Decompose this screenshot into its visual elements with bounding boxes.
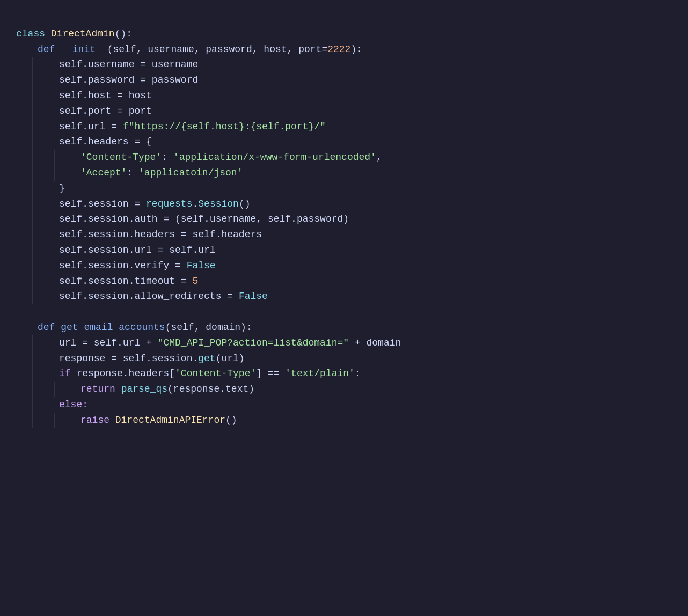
code-line: def __init__(self, username, password, h…: [16, 42, 688, 57]
token: ,: [287, 44, 299, 55]
token: .password = password: [82, 75, 198, 85]
token: password: [206, 44, 252, 55]
token: self: [59, 136, 82, 147]
code-line: self.session.url = self.url: [16, 243, 688, 258]
token: .: [192, 199, 198, 209]
token: (self,: [107, 44, 148, 55]
code-line: self.username = username: [16, 57, 688, 72]
indent-guide: [32, 243, 33, 258]
token: get_email_accounts: [61, 322, 165, 333]
indent-guide: [32, 134, 33, 150]
token: ():: [115, 28, 132, 39]
token: 5: [192, 276, 198, 287]
code-line: self.session.timeout = 5: [16, 274, 688, 289]
token: False: [187, 260, 216, 271]
indent-guide: [54, 413, 55, 428]
token: return: [80, 384, 121, 394]
token: + domain: [349, 338, 401, 348]
token: 2222: [327, 44, 350, 55]
code-line: }: [16, 181, 688, 196]
code-line: else:: [16, 397, 688, 413]
indent-guide: [32, 397, 33, 413]
token: self: [59, 260, 82, 271]
code-line: 'Content-Type': 'application/x-www-form-…: [16, 150, 688, 165]
token: "CMD_API_POP?action=list&domain=": [158, 338, 349, 348]
token: __init__: [61, 44, 107, 55]
token: else:: [59, 399, 88, 410]
token: self: [59, 245, 82, 255]
token: def: [38, 44, 61, 55]
code-editor: class DirectAdmin():def __init__(self, u…: [16, 11, 688, 428]
code-line: response = self.session.get(url): [16, 351, 688, 366]
indent-guide: [32, 196, 33, 212]
code-line: class DirectAdmin():: [16, 26, 688, 42]
token: .session.headers = self.headers: [82, 229, 262, 240]
token: Session: [198, 199, 239, 209]
indent-guide: [32, 211, 33, 227]
token: 'application/x-www-form-urlencoded': [173, 152, 376, 163]
token: self: [59, 90, 82, 101]
code-line: if response.headers['Content-Type'] == '…: [16, 366, 688, 382]
indent-guide: [32, 88, 33, 104]
token: DirectAdminAPIError: [115, 415, 225, 426]
indent-guide: [32, 351, 33, 366]
token: .session =: [82, 199, 146, 209]
code-line: self.url = f"https://{self.host}:{self.p…: [16, 119, 688, 135]
code-line: self.session.auth = (self.username, self…: [16, 211, 688, 227]
indent-guide: [32, 258, 33, 274]
token: host: [264, 44, 287, 55]
token: self: [59, 121, 82, 132]
indent-guide: [54, 165, 55, 181]
code-line: self.session.allow_redirects = False: [16, 289, 688, 304]
token: (self,: [165, 322, 206, 333]
token: parse_qs: [121, 384, 167, 394]
indent-guide: [32, 57, 33, 72]
token: ,: [252, 44, 264, 55]
indent-guide: [32, 181, 33, 196]
token: (): [239, 199, 251, 209]
token: response.headers[: [76, 368, 175, 379]
token: port: [298, 44, 321, 55]
token: ):: [350, 44, 362, 55]
token: def: [38, 322, 61, 333]
code-line: self.session.verify = False: [16, 258, 688, 274]
code-line: return parse_qs(response.text): [16, 382, 688, 397]
indent-guide: [32, 366, 33, 382]
token: if: [59, 368, 76, 379]
token: 'Accept': [80, 167, 127, 178]
code-line: self.headers = {: [16, 134, 688, 150]
token: (): [225, 415, 237, 426]
code-line: self.session.headers = self.headers: [16, 227, 688, 243]
token: get: [198, 353, 215, 364]
code-line: self.password = password: [16, 72, 688, 88]
indent-guide: [54, 382, 55, 397]
token: f": [123, 121, 135, 132]
token: }: [59, 183, 65, 194]
token: .session.auth = (self.username, self.pas…: [82, 214, 349, 224]
token: class: [16, 28, 51, 39]
token: self: [59, 291, 82, 302]
token: username: [148, 44, 194, 55]
indent-guide: [32, 150, 33, 165]
token: domain: [206, 322, 240, 333]
token: ):: [240, 322, 252, 333]
token: ": [320, 121, 326, 132]
token: ,: [194, 44, 206, 55]
token: .session.verify =: [82, 260, 186, 271]
token: (url): [216, 353, 245, 364]
indent-guide: [32, 335, 33, 351]
indent-guide: [32, 72, 33, 88]
indent-guide: [32, 289, 33, 304]
token: self: [59, 229, 82, 240]
token: (response.text): [167, 384, 254, 394]
token: :: [162, 152, 173, 163]
code-line: url = self.url + "CMD_API_POP?action=lis…: [16, 335, 688, 351]
token: .username = username: [82, 59, 198, 70]
token: url = self.url +: [59, 338, 158, 348]
indent-guide: [32, 227, 33, 243]
token: self: [59, 75, 82, 85]
indent-guide: [32, 413, 33, 428]
indent-guide: [32, 274, 33, 289]
indent-guide: [32, 119, 33, 135]
token: .host = host: [82, 90, 152, 101]
